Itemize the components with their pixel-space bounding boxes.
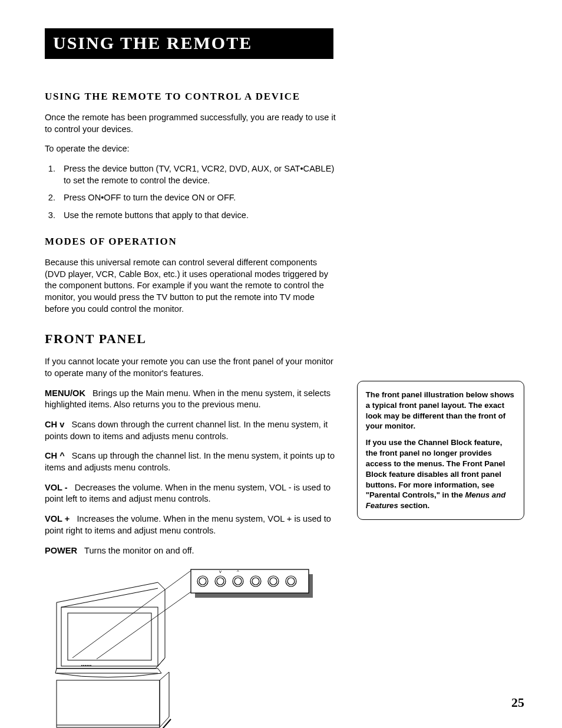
- def-term: VOL +: [45, 514, 70, 523]
- page-title-bar: Using the Remote: [45, 28, 333, 59]
- svg-point-25: [87, 666, 87, 666]
- svg-line-32: [163, 719, 171, 728]
- svg-rect-1: [191, 569, 309, 593]
- def-desc: Brings up the Main menu. When in the men…: [45, 388, 330, 410]
- svg-rect-17: [61, 607, 158, 666]
- section1-steps: Press the device button (TV, VCR1, VCR2,…: [45, 163, 339, 222]
- def-item: MENU/OK Brings up the Main menu. When in…: [45, 388, 339, 411]
- svg-rect-28: [57, 680, 160, 727]
- sidenote-p2-b: section.: [398, 501, 430, 510]
- def-term: POWER: [45, 546, 77, 555]
- def-desc: Increases the volume. When in the menu s…: [45, 514, 331, 535]
- def-term: VOL -: [45, 483, 68, 492]
- page-number: 25: [511, 695, 524, 710]
- section3-p1: If you cannot locate your remote you can…: [45, 356, 339, 379]
- def-desc: Scans down through the current channel l…: [45, 420, 328, 441]
- section1-heading: Using the remote to control a device: [45, 91, 339, 103]
- sidenote-p2: If you use the Channel Block feature, th…: [366, 437, 515, 511]
- sidebar-column: The front panel illustration below shows…: [357, 381, 524, 728]
- def-item: CH v Scans down through the current chan…: [45, 419, 339, 442]
- section1-p2: To operate the device:: [45, 143, 339, 155]
- page-title: Using the Remote: [53, 33, 323, 53]
- def-term: CH v: [45, 420, 64, 429]
- label-ch-up: ^: [237, 569, 239, 574]
- section2-heading: Modes of Operation: [45, 236, 339, 248]
- svg-marker-16: [57, 582, 165, 668]
- step-item: Press the device button (TV, VCR1, VCR2,…: [58, 163, 339, 186]
- section1-p1: Once the remote has been programmed succ…: [45, 112, 339, 135]
- def-item: CH ^ Scans up through the channel list. …: [45, 450, 339, 473]
- def-item: VOL - Decreases the volume. When in the …: [45, 482, 339, 505]
- svg-point-26: [88, 666, 89, 666]
- def-desc: Decreases the volume. When in the menu s…: [45, 483, 330, 504]
- def-term: CH ^: [45, 451, 65, 460]
- main-text-column: Using the remote to control a device Onc…: [45, 77, 339, 728]
- def-term: MENU/OK: [45, 388, 85, 398]
- svg-line-15: [97, 592, 191, 659]
- svg-line-20: [158, 658, 165, 666]
- side-note-box: The front panel illustration below shows…: [357, 381, 524, 520]
- section3-heading: Front Panel: [45, 331, 339, 347]
- def-desc: Turns the monitor on and off.: [84, 546, 194, 555]
- svg-line-14: [72, 571, 191, 658]
- def-item: POWER Turns the monitor on and off.: [45, 545, 339, 557]
- content-columns: Using the remote to control a device Onc…: [45, 77, 524, 728]
- svg-point-22: [81, 666, 82, 666]
- section2-p1: Because this universal remote can contro…: [45, 257, 339, 315]
- svg-point-23: [83, 666, 84, 666]
- svg-rect-18: [68, 613, 151, 660]
- sidenote-p1: The front panel illustration below shows…: [366, 390, 515, 431]
- def-item: VOL + Increases the volume. When in the …: [45, 513, 339, 536]
- svg-marker-30: [160, 672, 169, 727]
- svg-point-27: [90, 666, 91, 666]
- page: Using the Remote Using the remote to con…: [0, 0, 562, 728]
- step-item: Press ON•OFF to turn the device ON or OF…: [58, 192, 339, 204]
- def-desc: Scans up through the channel list. In th…: [45, 451, 335, 472]
- svg-line-19: [61, 588, 158, 607]
- front-panel-illustration: v ^: [45, 565, 316, 728]
- svg-point-24: [85, 666, 85, 666]
- label-ch-down: v: [219, 569, 222, 574]
- step-item: Use the remote buttons that apply to tha…: [58, 210, 339, 222]
